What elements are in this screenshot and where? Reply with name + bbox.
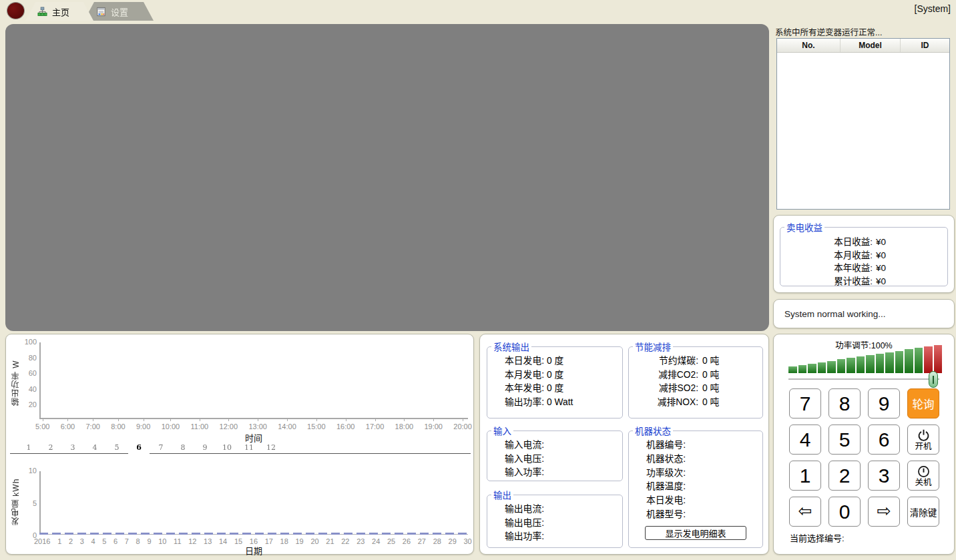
system-message: System normal working... xyxy=(784,309,886,319)
axis-tick-label: 15:00 xyxy=(307,423,326,431)
axis-tick-label: 5 xyxy=(33,499,37,507)
power-on-label: 开机 xyxy=(915,443,931,451)
month-tab-8[interactable]: 8 xyxy=(172,443,194,453)
info-row: 机器温度: xyxy=(646,480,762,494)
tab-home[interactable]: 主页 xyxy=(25,2,93,21)
axis-tick-label: 80 xyxy=(29,354,37,362)
gauge-bar xyxy=(798,365,807,373)
poll-button[interactable]: 轮询 xyxy=(907,388,939,418)
keypad: 7 8 9 轮询 4 5 6 开机 1 2 3 关机 xyxy=(789,388,939,527)
power-slider-track[interactable] xyxy=(788,378,939,380)
power-slider-handle[interactable] xyxy=(929,371,938,388)
month-tab-4[interactable]: 4 xyxy=(84,443,105,453)
key-7[interactable]: 7 xyxy=(789,388,821,418)
axis-tick-label: 9:00 xyxy=(136,423,150,431)
zero-baseline-bars xyxy=(39,533,468,535)
key-5[interactable]: 5 xyxy=(828,425,861,455)
info-row: 输出功率: xyxy=(505,530,622,544)
axis-tick-label: 20 xyxy=(29,400,37,408)
column-header-model: Model xyxy=(841,39,901,52)
gauge-bar xyxy=(924,346,933,373)
gauge-bar xyxy=(837,359,846,373)
gauge-bar xyxy=(827,361,836,374)
axis-tick-label: 8:00 xyxy=(111,423,125,431)
clear-key-button[interactable]: 清除键 xyxy=(907,497,939,527)
key-8[interactable]: 8 xyxy=(828,388,861,418)
info-row: 输出功率:0 Watt xyxy=(505,396,622,410)
input-title: 输入 xyxy=(491,424,513,437)
revenue-panel: 卖电收益 本日收益:¥0本月收益:¥0本年收益:¥0累计收益:¥0 xyxy=(773,215,955,293)
power-gauge[interactable] xyxy=(788,344,942,373)
machine-status-title: 机器状态 xyxy=(633,424,673,437)
axis-tick-label: 13:00 xyxy=(248,423,267,431)
axis-tick-label: 60 xyxy=(29,369,37,377)
key-1[interactable]: 1 xyxy=(789,461,821,491)
revenue-row: 累计收益:¥0 xyxy=(803,275,947,288)
month-tab-1[interactable]: 1 xyxy=(18,443,39,453)
info-row: 机器型号: xyxy=(646,508,762,522)
power-off-button[interactable]: 关机 xyxy=(907,461,939,491)
gauge-bar xyxy=(895,351,904,374)
key-6[interactable]: 6 xyxy=(868,425,900,455)
axis-tick-label: 16:00 xyxy=(336,423,355,431)
axis-tick-label: 19:00 xyxy=(424,423,443,431)
right-arrow-key[interactable]: ⇨ xyxy=(868,497,900,527)
month-tabs: 1 2 3 4 5 6 7 8 9 10 11 12 xyxy=(10,443,471,454)
key-3[interactable]: 3 xyxy=(868,461,900,491)
month-tab-11[interactable]: 11 xyxy=(238,443,260,453)
power-chart-xticks: 5:006:007:008:009:0010:0011:0012:0013:00… xyxy=(35,423,472,431)
inverter-table: No. Model ID xyxy=(776,38,950,210)
tab-settings-label: 设置 xyxy=(111,5,128,18)
info-row: 本月发电:0 度 xyxy=(505,368,622,382)
inverter-table-header: No. Model ID xyxy=(777,39,949,53)
show-generation-detail-button[interactable]: 显示发电明细表 xyxy=(645,526,746,540)
key-4[interactable]: 4 xyxy=(789,425,821,455)
tab-settings[interactable]: 设置 xyxy=(84,2,154,21)
energy-chart-xlabel: 日期 xyxy=(39,544,468,557)
axis-tick-label: 40 xyxy=(29,385,37,393)
axis-tick-label: 10 xyxy=(29,467,37,475)
axis-tick-label: 20:00 xyxy=(453,423,472,431)
network-icon xyxy=(37,7,47,17)
info-row: 本日发电: xyxy=(646,494,762,508)
power-chart-yticks: 10080604020 xyxy=(18,338,37,408)
gauge-bar xyxy=(885,352,894,373)
key-0[interactable]: 0 xyxy=(828,497,861,527)
info-row: 本日发电:0 度 xyxy=(505,354,622,368)
revenue-row: 本月收益:¥0 xyxy=(803,249,947,262)
axis-tick-label: 14:00 xyxy=(278,423,296,431)
inverter-table-body[interactable] xyxy=(777,53,949,209)
info-panel: 系统输出 本日发电:0 度 本月发电:0 度 本年发电:0 度 输出功率:0 W… xyxy=(479,334,769,555)
month-tab-12[interactable]: 12 xyxy=(260,443,282,453)
month-tab-5[interactable]: 5 xyxy=(106,443,128,453)
info-row: 本年发电:0 度 xyxy=(505,382,622,396)
axis-tick-label: 18:00 xyxy=(395,423,414,431)
gauge-bar xyxy=(818,362,826,373)
month-tab-6[interactable]: 6 xyxy=(128,443,150,455)
month-tab-2[interactable]: 2 xyxy=(40,443,61,453)
info-row: 减排NOX:0 吨 xyxy=(637,396,762,410)
power-on-button[interactable]: 开机 xyxy=(907,425,939,455)
power-off-icon xyxy=(917,465,931,479)
energy-chart-plot xyxy=(39,471,468,535)
main-display-area xyxy=(5,24,769,331)
gauge-bar xyxy=(915,348,923,373)
output-group: 输出 输出电流: 输出电压: 输出功率: xyxy=(487,488,623,548)
month-tab-9[interactable]: 9 xyxy=(194,443,216,453)
gauge-bar xyxy=(808,364,816,373)
key-9[interactable]: 9 xyxy=(868,388,900,418)
month-tab-7[interactable]: 7 xyxy=(150,443,172,453)
gauge-bar xyxy=(934,345,943,373)
message-panel: System normal working... xyxy=(773,299,955,328)
machine-status-group: 机器状态 机器编号: 机器状态: 功率级次: 机器温度: 本日发电: 机器型号:… xyxy=(628,424,763,548)
gauge-bar xyxy=(847,358,855,373)
info-row: 输出电压: xyxy=(505,517,622,531)
month-tab-10[interactable]: 10 xyxy=(216,443,238,453)
month-tab-3[interactable]: 3 xyxy=(62,443,83,453)
gauge-bar xyxy=(866,355,875,373)
left-arrow-key[interactable]: ⇦ xyxy=(789,497,821,527)
system-output-group: 系统输出 本日发电:0 度 本月发电:0 度 本年发电:0 度 输出功率:0 W… xyxy=(487,340,623,418)
settings-document-icon xyxy=(96,7,106,17)
key-2[interactable]: 2 xyxy=(828,461,861,491)
energy-saving-title: 节能减排 xyxy=(633,340,673,353)
